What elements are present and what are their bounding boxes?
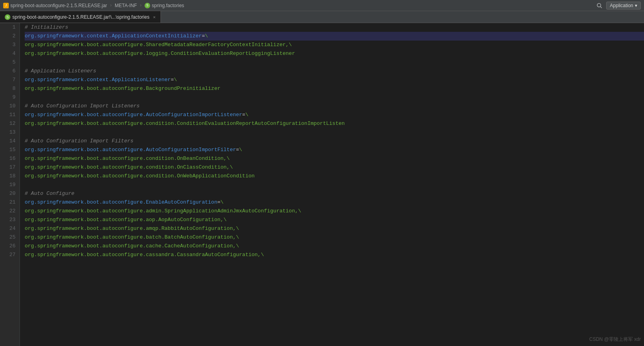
line-number: 4 <box>0 49 20 58</box>
line-number: 19 <box>0 181 20 189</box>
tab-close-button[interactable]: × <box>153 15 155 19</box>
line-number: 10 <box>0 102 20 111</box>
line-number: 11 <box>0 111 20 119</box>
code-line: org.springframework.boot.autoconfigure.a… <box>25 207 644 216</box>
line-number: 5 <box>0 58 20 67</box>
breadcrumb-jar: spring-boot-autoconfigure-2.1.5.RELEASE.… <box>10 3 107 8</box>
line-number: 15 <box>0 146 20 154</box>
line-number: 26 <box>0 242 20 251</box>
breadcrumb-factories: spring.factories <box>152 3 184 8</box>
chevron-down-icon: ▾ <box>635 3 637 8</box>
tab-label: spring-boot-autoconfigure-2.1.5.RELEASE.… <box>12 14 149 20</box>
line-number: 27 <box>0 251 20 259</box>
code-line <box>25 93 644 102</box>
code-line: org.springframework.boot.autoconfigure.c… <box>25 163 644 172</box>
line-number: 20 <box>0 189 20 198</box>
watermark: CSDN @零陵上将军 xdr <box>589 336 641 343</box>
code-line: org.springframework.boot.autoconfigure.a… <box>25 216 644 224</box>
line-number: 3 <box>0 41 20 49</box>
code-line: org.springframework.boot.autoconfigure.b… <box>25 233 644 242</box>
line-number: 23 <box>0 216 20 224</box>
line-number: 24 <box>0 224 20 233</box>
code-line: # Initializers <box>25 23 644 32</box>
title-bar: J spring-boot-autoconfigure-2.1.5.RELEAS… <box>0 0 644 11</box>
code-line: org.springframework.boot.autoconfigure.c… <box>25 242 644 251</box>
code-line: # Application Listeners <box>25 67 644 76</box>
code-line: org.springframework.boot.autoconfigure.a… <box>25 224 644 233</box>
app-dropdown-label: Application <box>610 3 633 8</box>
code-line: org.springframework.boot.autoconfigure.B… <box>25 84 644 93</box>
line-number: 12 <box>0 119 20 128</box>
code-line: # Auto Configuration Import Listeners <box>25 102 644 111</box>
code-line: org.springframework.boot.autoconfigure.A… <box>25 111 644 119</box>
line-number: 21 <box>0 198 20 207</box>
line-number: 6 <box>0 67 20 76</box>
search-button[interactable] <box>595 1 604 10</box>
code-line <box>25 181 644 189</box>
tab-bar: S spring-boot-autoconfigure-2.1.5.RELEAS… <box>0 11 644 23</box>
code-line: org.springframework.boot.autoconfigure.E… <box>25 198 644 207</box>
jar-icon: J <box>3 3 9 8</box>
code-line <box>25 58 644 67</box>
line-number: 16 <box>0 154 20 163</box>
code-line: org.springframework.boot.autoconfigure.c… <box>25 154 644 163</box>
svg-point-0 <box>597 3 601 7</box>
line-number: 18 <box>0 172 20 181</box>
line-numbers: 1234567891011121314151617181920212223242… <box>0 23 20 346</box>
line-number: 1 <box>0 23 20 32</box>
code-line: org.springframework.context.ApplicationL… <box>25 76 644 84</box>
line-number: 7 <box>0 76 20 84</box>
code-line: org.springframework.boot.autoconfigure.S… <box>25 41 644 49</box>
line-number: 17 <box>0 163 20 172</box>
tab-spring-icon: S <box>5 14 10 20</box>
code-line: org.springframework.boot.autoconfigure.c… <box>25 251 644 259</box>
line-number: 9 <box>0 93 20 102</box>
code-line: org.springframework.boot.autoconfigure.l… <box>25 49 644 58</box>
code-content[interactable]: # Initializersorg.springframework.contex… <box>20 23 644 346</box>
line-number: 2 <box>0 32 20 41</box>
line-number: 14 <box>0 137 20 146</box>
breadcrumb-metainf: META-INF <box>115 3 137 8</box>
file-tab[interactable]: S spring-boot-autoconfigure-2.1.5.RELEAS… <box>0 11 161 23</box>
breadcrumb: J spring-boot-autoconfigure-2.1.5.RELEAS… <box>3 3 595 8</box>
spring-icon: S <box>145 3 150 8</box>
code-line: org.springframework.boot.autoconfigure.A… <box>25 146 644 154</box>
editor: 1234567891011121314151617181920212223242… <box>0 23 644 346</box>
line-number: 25 <box>0 233 20 242</box>
svg-line-1 <box>601 6 602 8</box>
line-number: 13 <box>0 128 20 137</box>
code-line: org.springframework.boot.autoconfigure.c… <box>25 172 644 181</box>
line-number: 22 <box>0 207 20 216</box>
code-line: # Auto Configure <box>25 189 644 198</box>
title-bar-right: Application ▾ <box>595 1 641 10</box>
app-dropdown[interactable]: Application ▾ <box>606 2 641 10</box>
code-line: org.springframework.context.ApplicationC… <box>25 32 644 41</box>
code-line: org.springframework.boot.autoconfigure.c… <box>25 119 644 128</box>
breadcrumb-sep-1: › <box>110 3 112 8</box>
code-line: # Auto Configuration Import Filters <box>25 137 644 146</box>
line-number: 8 <box>0 84 20 93</box>
breadcrumb-sep-2: › <box>139 3 142 8</box>
code-line <box>25 128 644 137</box>
